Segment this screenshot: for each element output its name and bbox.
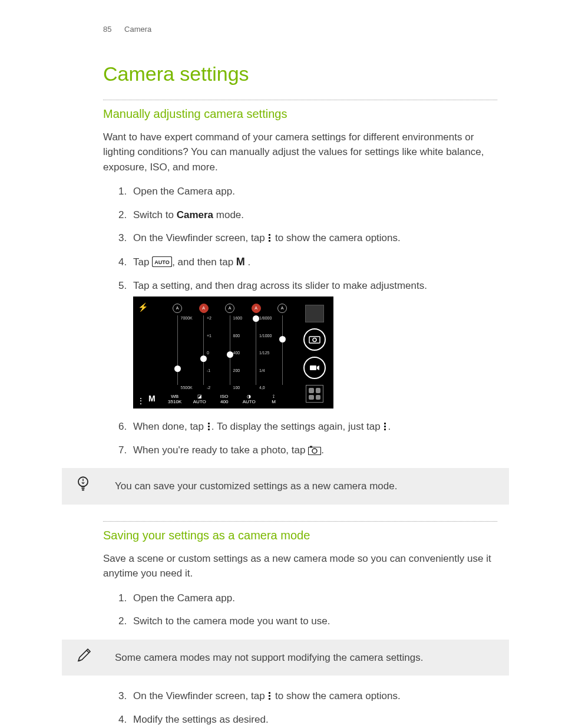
divider	[103, 100, 497, 100]
svg-rect-1	[269, 237, 270, 239]
steps-list-2a: Open the Camera app. Switch to the camer…	[103, 591, 497, 629]
steps-list-2b: On the Viewfinder screen, tap to show th…	[103, 689, 497, 728]
page-title: Camera settings	[103, 59, 497, 89]
step-4: Tap AUTO, and then tap M .	[130, 254, 497, 270]
page-header: 85 Camera	[103, 24, 497, 35]
flash-icon: ⚡	[138, 301, 148, 314]
svg-rect-16	[310, 446, 312, 447]
svg-point-6	[313, 338, 316, 342]
svg-rect-9	[208, 426, 210, 427]
page-number: 85	[103, 25, 111, 34]
step-6: When done, tap . To display the settings…	[130, 419, 497, 434]
note-box: Some camera modes may not support modify…	[62, 640, 509, 676]
mode-indicator: M	[148, 393, 156, 405]
svg-rect-19	[269, 695, 270, 697]
pencil-icon	[76, 647, 92, 668]
viewfinder-screenshot: ⚡ A7000K5500KA+2+10-1-2A1600800400200100…	[133, 297, 333, 409]
video-mode-button	[303, 357, 326, 379]
steps-list-1: Open the Camera app. Switch to Camera mo…	[103, 184, 497, 457]
menu-dots-icon: ⋮	[137, 397, 145, 405]
tip-box: You can save your customized settings as…	[62, 468, 509, 505]
note-text: Some camera modes may not support modify…	[115, 652, 423, 663]
svg-rect-8	[208, 423, 210, 424]
svg-rect-20	[269, 698, 270, 700]
subheading-saving: Saving your settings as a camera mode	[103, 526, 497, 544]
svg-rect-7	[310, 365, 316, 370]
svg-text:AUTO: AUTO	[154, 259, 169, 265]
svg-rect-13	[384, 429, 386, 430]
step-5: Tap a setting, and then drag across its …	[130, 278, 497, 409]
menu-dots-icon	[207, 422, 211, 431]
intro-paragraph: Want to have expert command of your came…	[103, 130, 497, 175]
photo-mode-button	[303, 328, 326, 351]
subheading-manual: Manually adjusting camera settings	[103, 105, 497, 123]
step-2: Switch to Camera mode.	[130, 207, 497, 223]
step2-3: On the Viewfinder screen, tap to show th…	[130, 689, 497, 704]
svg-rect-10	[208, 429, 210, 430]
intro-paragraph-2: Save a scene or custom settings as a new…	[103, 551, 497, 581]
tip-text: You can save your customized settings as…	[115, 480, 397, 492]
step-7: When you're ready to take a photo, tap .	[130, 443, 497, 458]
svg-rect-5	[309, 337, 320, 343]
svg-rect-18	[269, 692, 270, 694]
mode-grid-button	[306, 385, 323, 403]
step2-1: Open the Camera app.	[130, 591, 497, 606]
preview-thumb	[305, 305, 324, 322]
camera-shutter-icon	[308, 446, 321, 455]
auto-badge-icon: AUTO	[152, 256, 172, 267]
step2-2: Switch to the camera mode you want to us…	[130, 614, 497, 629]
lightbulb-icon	[76, 475, 90, 498]
svg-rect-12	[384, 426, 386, 427]
svg-rect-2	[269, 240, 270, 242]
step-3: On the Viewfinder screen, tap to show th…	[130, 230, 497, 246]
svg-point-17	[78, 477, 88, 486]
svg-rect-0	[269, 234, 270, 236]
section-label: Camera	[124, 25, 151, 34]
step2-4: Modify the settings as desired.	[130, 712, 497, 727]
divider	[103, 521, 497, 522]
step-1: Open the Camera app.	[130, 184, 497, 199]
svg-rect-11	[384, 423, 386, 424]
